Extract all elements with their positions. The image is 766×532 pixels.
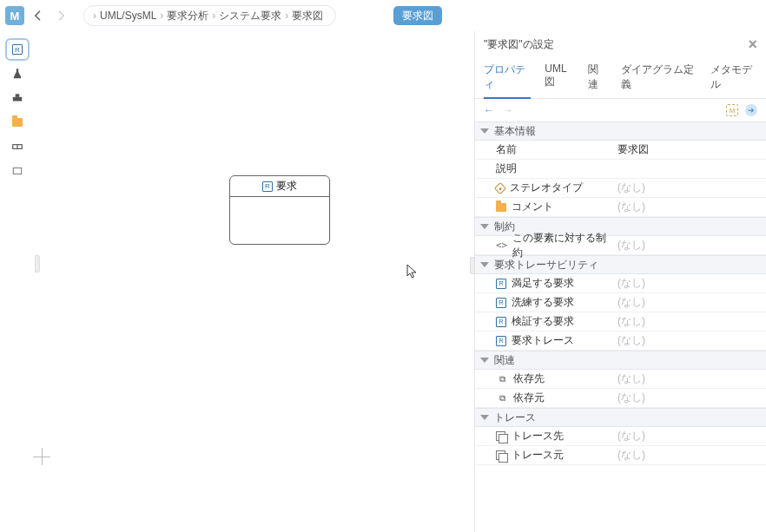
property-label: ⧉依存先 bbox=[496, 371, 609, 386]
tab-diagram-def[interactable]: ダイアグラム定義 bbox=[621, 59, 697, 98]
tool-requirement[interactable]: R bbox=[9, 42, 26, 57]
property-row[interactable]: ⧉依存先(なし) bbox=[475, 370, 766, 389]
collapse-triangle-icon bbox=[480, 415, 489, 420]
tool-rail: R bbox=[0, 31, 35, 532]
property-label: コメント bbox=[496, 200, 609, 214]
properties-sections: 基本情報名前要求図説明ステレオタイプ(なし)コメント(なし)制約<>この要素に対… bbox=[475, 122, 766, 532]
requirement-icon: R bbox=[12, 44, 23, 55]
property-row[interactable]: ステレオタイプ(なし) bbox=[475, 179, 766, 198]
chevron-right-icon: › bbox=[93, 10, 96, 22]
property-label: 説明 bbox=[496, 161, 609, 176]
property-value[interactable]: (なし) bbox=[614, 391, 761, 405]
property-value[interactable]: (なし) bbox=[614, 238, 761, 253]
highlight-element-icon[interactable]: M bbox=[726, 104, 738, 116]
chevron-right-icon: › bbox=[160, 10, 163, 22]
main-area: R R 要求 "要求図"の設定 × プロパティ UML図 関連 ダイアグラム bbox=[0, 31, 766, 532]
property-row[interactable]: 名前要求図 bbox=[475, 141, 766, 160]
property-value[interactable]: (なし) bbox=[614, 200, 761, 214]
diagram-type-badge[interactable]: 要求図 bbox=[393, 6, 442, 25]
canvas-origin-marker bbox=[33, 448, 50, 465]
property-value[interactable]: (なし) bbox=[614, 276, 761, 291]
breadcrumb[interactable]: › UML/SysML › 要求分析 › システム要求 › 要求図 bbox=[83, 5, 336, 26]
property-row[interactable]: R検証する要求(なし) bbox=[475, 312, 766, 332]
property-label: ステレオタイプ bbox=[496, 181, 609, 195]
collapse-triangle-icon bbox=[480, 224, 489, 229]
nav-forward-button[interactable] bbox=[52, 7, 69, 24]
canvas[interactable]: R 要求 bbox=[35, 31, 474, 532]
property-row[interactable]: R要求トレース(なし) bbox=[475, 332, 766, 351]
chevron-right-icon: › bbox=[285, 10, 288, 22]
tab-uml-diagram[interactable]: UML図 bbox=[545, 59, 574, 98]
app-logo: M bbox=[5, 6, 24, 25]
breadcrumb-item[interactable]: UML/SysML bbox=[100, 10, 156, 22]
link-icon: ⧉ bbox=[496, 373, 508, 385]
property-label: R満足する要求 bbox=[496, 276, 609, 291]
tool-block[interactable] bbox=[9, 90, 26, 106]
property-row[interactable]: ⧉依存元(なし) bbox=[475, 389, 766, 408]
tool-folder[interactable] bbox=[9, 115, 26, 130]
svg-rect-1 bbox=[16, 94, 20, 97]
section-title: 基本情報 bbox=[494, 124, 536, 139]
panel-nav-back[interactable]: ← bbox=[484, 104, 494, 116]
section-header[interactable]: 関連 bbox=[475, 351, 766, 370]
property-row[interactable]: トレース先(なし) bbox=[475, 427, 766, 446]
property-label: R洗練する要求 bbox=[496, 295, 609, 310]
property-value[interactable]: (なし) bbox=[614, 429, 761, 443]
tag-icon bbox=[494, 181, 506, 194]
property-row[interactable]: トレース元(なし) bbox=[475, 446, 766, 465]
panel-nav-forward[interactable]: → bbox=[503, 104, 513, 116]
property-value[interactable]: (なし) bbox=[614, 371, 761, 386]
tab-properties[interactable]: プロパティ bbox=[484, 59, 531, 99]
sync-selection-icon[interactable]: ➜ bbox=[745, 104, 757, 116]
property-label: トレース元 bbox=[496, 448, 609, 463]
property-label: <>この要素に対する制約 bbox=[496, 231, 609, 260]
chevron-right-icon: › bbox=[212, 10, 215, 22]
section-header[interactable]: トレース bbox=[475, 408, 766, 427]
breadcrumb-item[interactable]: 要求図 bbox=[292, 9, 323, 23]
property-row[interactable]: 説明 bbox=[475, 160, 766, 179]
svg-rect-0 bbox=[13, 97, 23, 102]
property-label: ⧉依存元 bbox=[496, 391, 609, 405]
requirement-block[interactable]: R 要求 bbox=[229, 175, 330, 245]
collapse-triangle-icon bbox=[480, 262, 489, 267]
property-row[interactable]: <>この要素に対する制約(なし) bbox=[475, 236, 766, 255]
property-value[interactable]: (なし) bbox=[614, 333, 761, 348]
breadcrumb-item[interactable]: 要求分析 bbox=[167, 9, 208, 23]
stack-icon bbox=[496, 431, 506, 442]
property-row[interactable]: R満足する要求(なし) bbox=[475, 274, 766, 293]
collapse-triangle-icon bbox=[480, 128, 489, 134]
close-panel-button[interactable]: × bbox=[748, 36, 757, 54]
stack-icon bbox=[496, 450, 506, 461]
link-icon: ⧉ bbox=[496, 392, 508, 404]
tool-split[interactable] bbox=[9, 139, 26, 154]
section-title: 要求トレーサビリティ bbox=[494, 258, 598, 273]
property-value[interactable]: (なし) bbox=[614, 295, 761, 310]
property-value[interactable]: (なし) bbox=[614, 314, 761, 329]
breadcrumb-item[interactable]: システム要求 bbox=[219, 9, 281, 23]
tool-flask[interactable] bbox=[9, 66, 26, 82]
panel-splitter-handle[interactable] bbox=[470, 257, 475, 274]
property-value[interactable]: (なし) bbox=[614, 181, 761, 195]
property-label: R検証する要求 bbox=[496, 314, 609, 329]
angle-icon: <> bbox=[496, 240, 507, 252]
property-value[interactable]: (なし) bbox=[614, 448, 761, 463]
property-value[interactable]: 要求図 bbox=[614, 142, 761, 157]
requirement-icon: R bbox=[262, 181, 273, 192]
top-bar: M › UML/SysML › 要求分析 › システム要求 › 要求図 要求図 bbox=[0, 0, 766, 31]
rbox-icon: R bbox=[496, 279, 506, 289]
section-title: トレース bbox=[494, 410, 536, 425]
mouse-cursor-icon bbox=[406, 264, 418, 282]
tab-relations[interactable]: 関連 bbox=[588, 59, 607, 98]
left-splitter-handle[interactable] bbox=[35, 255, 40, 273]
section-title: 関連 bbox=[494, 353, 515, 368]
property-row[interactable]: コメント(なし) bbox=[475, 198, 766, 217]
property-label: 名前 bbox=[496, 142, 609, 157]
tab-metamodel[interactable]: メタモデル bbox=[710, 59, 757, 98]
section-header[interactable]: 要求トレーサビリティ bbox=[475, 255, 766, 274]
property-row[interactable]: R洗練する要求(なし) bbox=[475, 293, 766, 312]
nav-back-button[interactable] bbox=[30, 7, 47, 24]
section-header[interactable]: 基本情報 bbox=[475, 122, 766, 141]
tool-rect[interactable] bbox=[9, 163, 26, 179]
requirement-block-header: R 要求 bbox=[230, 176, 329, 197]
rbox-icon: R bbox=[496, 336, 506, 346]
